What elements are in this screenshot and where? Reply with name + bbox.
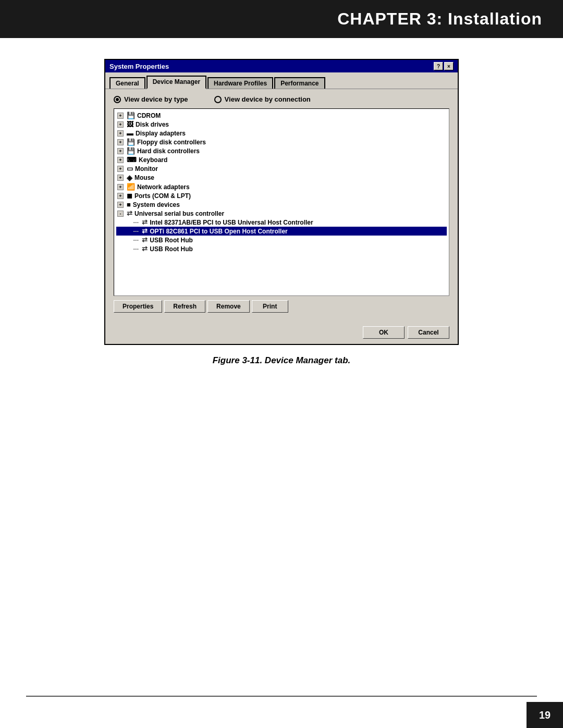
- expand-icon[interactable]: +: [117, 148, 124, 154]
- content-area: System Properties ? × General Device Man…: [0, 38, 563, 387]
- radio-circle-connection: [214, 96, 222, 103]
- device-label: Keyboard: [139, 156, 167, 164]
- device-label: Floppy disk controllers: [137, 139, 206, 146]
- ok-button[interactable]: OK: [363, 326, 405, 339]
- dialog-body: View device by type View device by conne…: [105, 89, 458, 323]
- list-item[interactable]: + ■ System devices: [116, 200, 447, 209]
- page-number-bar: 19: [527, 702, 563, 728]
- tab-performance[interactable]: Performance: [274, 77, 325, 89]
- tab-general[interactable]: General: [109, 77, 145, 89]
- expand-icon[interactable]: +: [117, 130, 124, 137]
- page-number: 19: [539, 709, 550, 721]
- dialog-titlebar: System Properties ? ×: [105, 60, 458, 72]
- expand-icon[interactable]: +: [117, 121, 124, 128]
- list-item[interactable]: + ⌨ Keyboard: [116, 155, 447, 164]
- expand-icon[interactable]: +: [117, 202, 124, 208]
- expand-icon[interactable]: +: [117, 175, 124, 181]
- radio-view-by-type[interactable]: View device by type: [114, 95, 188, 103]
- device-label: Display adapters: [136, 130, 186, 137]
- device-label: System devices: [133, 201, 180, 208]
- remove-button[interactable]: Remove: [207, 300, 250, 313]
- device-label: Network adapters: [137, 183, 190, 191]
- device-label: USB Root Hub: [150, 245, 193, 253]
- device-list[interactable]: + 💾 CDROM + 🖼 Disk drives + ▬ Display ad…: [114, 108, 449, 296]
- list-item[interactable]: + 📶 Network adapters: [116, 182, 447, 191]
- device-label: Mouse: [134, 174, 154, 181]
- tabs-row: General Device Manager Hardware Profiles…: [105, 72, 458, 89]
- list-item[interactable]: + 💾 Floppy disk controllers: [116, 138, 447, 146]
- properties-button[interactable]: Properties: [114, 300, 162, 313]
- chapter-header: CHAPTER 3: Installation: [0, 0, 563, 38]
- expand-icon[interactable]: +: [117, 113, 124, 119]
- expand-icon[interactable]: +: [117, 184, 124, 190]
- list-item[interactable]: ····· ⇄ USB Root Hub: [116, 244, 447, 253]
- expand-icon[interactable]: +: [117, 193, 124, 199]
- list-item[interactable]: + ▭ Monitor: [116, 164, 447, 173]
- print-button[interactable]: Print: [252, 300, 288, 313]
- figure-caption: Figure 3-11. Device Manager tab.: [213, 355, 351, 366]
- help-button[interactable]: ?: [434, 62, 443, 70]
- radio-label-connection: View device by connection: [225, 95, 311, 103]
- device-label: OPTi 82C861 PCI to USB Open Host Control…: [150, 228, 288, 235]
- device-label: CDROM: [137, 112, 161, 119]
- tab-device-manager[interactable]: Device Manager: [146, 76, 206, 89]
- list-item[interactable]: + ▬ Display adapters: [116, 129, 447, 138]
- radio-row: View device by type View device by conne…: [114, 95, 449, 103]
- device-label: Hard disk controllers: [137, 147, 200, 155]
- radio-circle-type: [114, 96, 121, 103]
- list-item[interactable]: ····· ⇄ Intel 82371AB/EB PCI to USB Univ…: [116, 218, 447, 227]
- chapter-title: CHAPTER 3: Installation: [337, 9, 542, 28]
- tab-hardware-profiles[interactable]: Hardware Profiles: [207, 77, 273, 89]
- ok-cancel-row: OK Cancel: [105, 323, 458, 344]
- device-label: Ports (COM & LPT): [134, 192, 191, 200]
- dialog-title: System Properties: [109, 63, 169, 70]
- cancel-button[interactable]: Cancel: [408, 326, 449, 339]
- expand-icon[interactable]: +: [117, 139, 124, 145]
- device-label: USB Root Hub: [150, 237, 193, 244]
- system-properties-dialog: System Properties ? × General Device Man…: [104, 59, 459, 345]
- list-item-selected[interactable]: ····· ⇄ OPTi 82C861 PCI to USB Open Host…: [116, 227, 447, 236]
- radio-view-by-connection[interactable]: View device by connection: [214, 95, 311, 103]
- radio-label-type: View device by type: [124, 95, 188, 103]
- action-buttons: Properties Refresh Remove Print: [114, 300, 449, 313]
- list-item[interactable]: ····· ⇄ USB Root Hub: [116, 236, 447, 244]
- separator-line: [26, 696, 537, 697]
- list-item[interactable]: - ⇄ Universal serial bus controller: [116, 209, 447, 218]
- list-item[interactable]: + 💾 Hard disk controllers: [116, 146, 447, 155]
- refresh-button[interactable]: Refresh: [164, 300, 205, 313]
- list-item[interactable]: + 🖼 Disk drives: [116, 120, 447, 129]
- device-label: Universal serial bus controller: [134, 210, 224, 217]
- device-label: Disk drives: [136, 121, 169, 128]
- figure-caption-text: Figure 3-11. Device Manager tab.: [213, 355, 351, 365]
- close-button[interactable]: ×: [444, 62, 454, 70]
- list-item[interactable]: + ◼ Ports (COM & LPT): [116, 191, 447, 200]
- list-item[interactable]: + ◈ Mouse: [116, 173, 447, 182]
- list-item[interactable]: + 💾 CDROM: [116, 111, 447, 120]
- expand-icon[interactable]: +: [117, 166, 124, 172]
- expand-icon[interactable]: -: [117, 211, 124, 217]
- device-label: Intel 82371AB/EB PCI to USB Universal Ho…: [150, 219, 313, 226]
- device-label: Monitor: [135, 165, 158, 172]
- titlebar-buttons: ? ×: [434, 62, 454, 70]
- expand-icon[interactable]: +: [117, 157, 124, 163]
